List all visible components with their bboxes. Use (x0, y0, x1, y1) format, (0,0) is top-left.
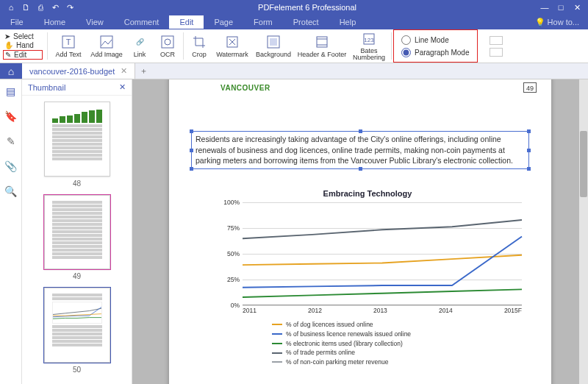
tab-close-icon[interactable]: ✕ (121, 66, 127, 76)
add-text-button[interactable]: TAdd Text (49, 29, 87, 63)
edit-mode-group: Line Mode Paragraph Mode (393, 29, 478, 63)
attachments-tab-icon[interactable]: 📎 (5, 160, 17, 172)
svg-rect-7 (270, 38, 277, 46)
page-number: 49 (523, 82, 537, 93)
chart-title: Embracing Technology (213, 189, 522, 198)
thumbnail-page-48[interactable] (44, 102, 110, 177)
watermark-icon (225, 35, 240, 49)
svg-text:123: 123 (364, 37, 374, 43)
edit-icon: ✎ (5, 51, 11, 59)
menu-file[interactable]: File (0, 15, 34, 29)
menubar: File Home View Comment Edit Page Form Pr… (0, 15, 588, 29)
menu-edit[interactable]: Edit (169, 15, 204, 29)
watermark-button[interactable]: Watermark (213, 29, 251, 63)
menu-comment[interactable]: Comment (114, 15, 170, 29)
pdf-page: VANCOUVER 49 Residents are increasingly … (169, 79, 551, 384)
chart-legend: % of dog licences issued online% of busi… (272, 320, 522, 367)
document-tabbar: ⌂ vancouver-2016-budget ✕ ＋ (0, 63, 588, 79)
thumbnail-page-49[interactable] (44, 195, 110, 270)
ocr-button[interactable]: OCR (154, 29, 182, 63)
thumbnail-label: 48 (73, 179, 81, 188)
maximize-button[interactable]: □ (554, 3, 567, 13)
thumbnails-tab-icon[interactable]: ▤ (5, 85, 17, 97)
crop-button[interactable]: Crop (185, 29, 213, 63)
svg-rect-3 (162, 36, 173, 48)
thumbnail-page-50[interactable] (44, 288, 110, 363)
svg-rect-2 (101, 36, 112, 48)
scrollbar-thumb[interactable] (580, 131, 587, 197)
side-tabs: ▤ 🔖 ✎ 📎 🔍 (0, 79, 22, 384)
header-footer-icon (315, 35, 329, 49)
tab-add-button[interactable]: ＋ (135, 63, 151, 79)
thumbnail-label: 49 (73, 272, 81, 280)
menu-home[interactable]: Home (34, 15, 76, 29)
select-tool[interactable]: ➤Select (3, 32, 43, 40)
qat-print-icon[interactable]: ⎙ (35, 2, 46, 13)
thumbnail-panel-title: Thumbnail (28, 83, 65, 92)
bates-numbering-button[interactable]: 123Bates Numbering (348, 29, 390, 63)
page-brand: VANCOUVER (220, 84, 270, 92)
header-footer-button[interactable]: Header & Footer (295, 29, 348, 63)
ocr-icon (160, 35, 175, 49)
bates-icon: 123 (362, 32, 376, 46)
line-mode-radio[interactable]: Line Mode (401, 35, 470, 45)
qat-home-icon[interactable]: ⌂ (6, 2, 16, 13)
hand-icon: ✋ (4, 41, 13, 49)
thumbnail-panel-close-icon[interactable]: ✕ (119, 82, 126, 92)
close-button[interactable]: ✕ (570, 3, 584, 13)
title-bar: ⌂ 🗋 ⎙ ↶ ↷ PDFelement 6 Professional — □ … (0, 0, 588, 15)
menu-form[interactable]: Form (243, 15, 283, 29)
text-icon: T (61, 35, 76, 49)
thumbnail-list[interactable]: 48 49 50 (22, 96, 132, 384)
edit-tool[interactable]: ✎Edit (3, 50, 43, 60)
ribbon: ➤Select ✋Hand ✎Edit TAdd Text Add Image … (0, 29, 588, 63)
background-button[interactable]: Background (251, 29, 295, 63)
menu-help[interactable]: Help (329, 15, 367, 29)
menu-protect[interactable]: Protect (283, 15, 329, 29)
menu-page[interactable]: Page (204, 15, 243, 29)
svg-rect-8 (317, 37, 327, 47)
svg-point-4 (165, 39, 171, 45)
qat-redo-icon[interactable]: ↷ (65, 2, 75, 13)
menu-view[interactable]: View (76, 15, 114, 29)
tab-home-icon[interactable]: ⌂ (0, 63, 22, 79)
cursor-icon: ➤ (4, 32, 10, 40)
vertical-scrollbar[interactable] (579, 79, 588, 384)
paragraph-text: Residents are increasingly taking advant… (196, 135, 513, 165)
paragraph-mode-radio[interactable]: Paragraph Mode (401, 48, 470, 57)
minimize-button[interactable]: — (538, 3, 551, 13)
qat-open-icon[interactable]: 🗋 (21, 2, 31, 13)
qat-undo-icon[interactable]: ↶ (50, 2, 60, 13)
align-option-1[interactable] (490, 36, 503, 45)
link-button[interactable]: 🔗Link (126, 29, 154, 63)
hand-tool[interactable]: ✋Hand (3, 41, 43, 49)
align-group (487, 29, 506, 63)
selected-text-block[interactable]: Residents are increasingly taking advant… (191, 131, 529, 169)
link-icon: 🔗 (132, 35, 147, 49)
background-icon (266, 35, 281, 49)
chart-x-labels: 20112012201320142015F (243, 305, 522, 316)
image-icon (99, 35, 114, 49)
crop-icon (192, 35, 207, 49)
thumbnail-label: 50 (73, 366, 81, 374)
help-howto[interactable]: 💡 How to... (526, 18, 588, 27)
bookmarks-tab-icon[interactable]: 🔖 (5, 110, 17, 122)
annotations-tab-icon[interactable]: ✎ (5, 135, 17, 147)
document-tab[interactable]: vancouver-2016-budget ✕ (22, 63, 135, 79)
tab-label: vancouver-2016-budget (29, 67, 115, 76)
page-canvas[interactable]: VANCOUVER 49 Residents are increasingly … (132, 79, 588, 384)
search-tab-icon[interactable]: 🔍 (5, 185, 17, 197)
chart-plot-area: 0%25%50%75%100% (243, 202, 522, 305)
thumbnail-panel: Thumbnail ✕ 48 49 50 (22, 79, 132, 384)
svg-text:T: T (66, 38, 71, 46)
align-option-2[interactable] (490, 48, 503, 57)
embedded-chart: Embracing Technology 0%25%50%75%100% 201… (213, 189, 522, 384)
app-title: PDFelement 6 Professional (81, 3, 534, 12)
add-image-button[interactable]: Add Image (87, 29, 126, 63)
